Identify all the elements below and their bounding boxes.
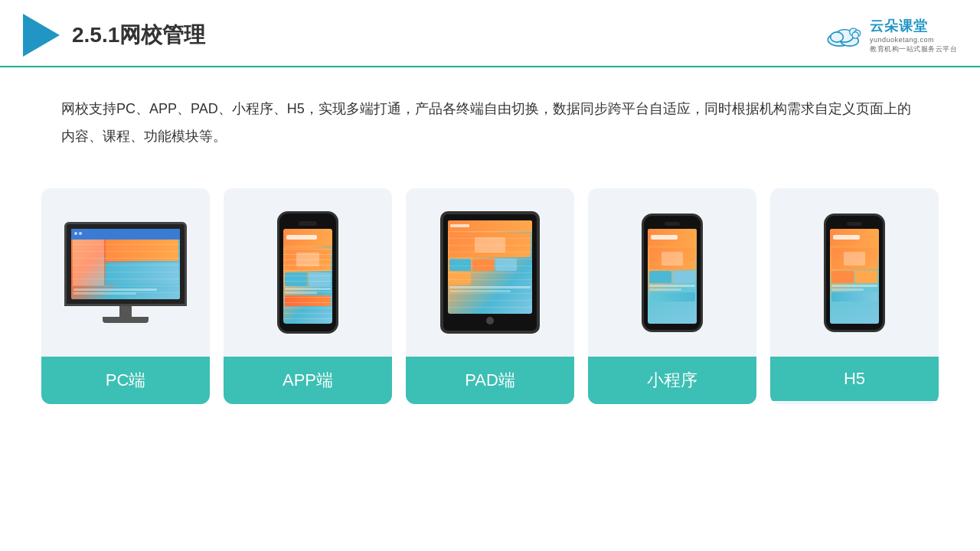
card-app-label: APP端 [224,357,392,404]
header-left: 2.5.1网校管理 [23,14,205,57]
app-phone-icon [277,211,338,334]
card-pad-label: PAD端 [406,357,574,404]
card-miniprogram-label: 小程序 [588,357,756,404]
card-h5-label: H5 [770,357,939,401]
miniprogram-phone-icon [642,214,703,332]
header: 2.5.1网校管理 云朵课堂 yunduoketang.com 教育机构一站式服… [0,0,980,67]
card-pad: PAD端 [406,188,574,404]
header-right: 云朵课堂 yunduoketang.com 教育机构一站式服务云平台 [825,17,957,54]
pad-tablet-icon [440,211,540,334]
svg-point-6 [852,32,858,38]
card-app: APP端 [224,188,392,404]
page-title: 2.5.1网校管理 [72,21,205,50]
logo-text-block: 云朵课堂 yunduoketang.com 教育机构一站式服务云平台 [870,17,957,54]
pc-monitor-icon [60,222,191,323]
card-pc-label: PC端 [41,357,210,404]
card-pc: PC端 [41,188,210,404]
description-paragraph: 网校支持PC、APP、PAD、小程序、H5，实现多端打通，产品各终端自由切换，数… [61,95,919,150]
brand-logo: 云朵课堂 yunduoketang.com 教育机构一站式服务云平台 [825,17,957,54]
logo-sub-text: yunduoketang.com [870,36,934,44]
card-app-image [224,188,392,357]
description-text: 网校支持PC、APP、PAD、小程序、H5，实现多端打通，产品各终端自由切换，数… [0,67,980,165]
card-pc-image [41,188,210,357]
cloud-icon [825,21,864,49]
svg-point-3 [831,32,844,42]
logo-main-text: 云朵课堂 [870,17,928,35]
card-h5: H5 [770,188,939,404]
cards-container: PC端 [0,173,980,427]
h5-phone-icon [824,214,885,332]
card-miniprogram-image [588,188,756,357]
logo-tagline: 教育机构一站式服务云平台 [870,44,957,54]
card-miniprogram: 小程序 [588,188,756,404]
card-pad-image [406,188,574,357]
brand-triangle-icon [23,14,60,57]
card-h5-image [770,188,939,357]
